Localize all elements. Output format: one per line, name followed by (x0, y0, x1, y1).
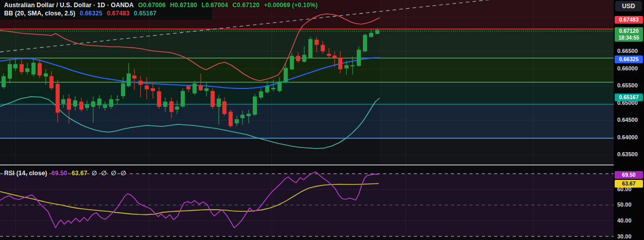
ohlc-low: L0.67004 (201, 2, 228, 9)
bb-indicator-legend[interactable]: BB (20, SMA, close, 2.5) 0.66325 0.67483… (4, 10, 159, 17)
candle-up (181, 88, 185, 108)
axis-tick-label: 0.64500 (617, 117, 638, 123)
rsi-indicator-legend[interactable]: RSI (14, close) 69.50 63.67 ∅ ∅ ∅ ∅ (4, 170, 129, 177)
bb-upper-value: 0.67483 (107, 10, 129, 17)
rsi-null-value: ∅ (101, 170, 107, 177)
bb-basis-value: 0.66325 (80, 10, 102, 17)
tradingview-chart-window: Australian Dollar / U.S. Dollar · 1D · O… (0, 0, 644, 240)
future-area (379, 0, 614, 165)
axis-tick-label: 30.00 (617, 233, 632, 239)
rsi-value-badge: 69.50 (615, 171, 643, 179)
symbol-title: Australian Dollar / U.S. Dollar · 1D · O… (4, 2, 134, 9)
axis-tick-label: 0.66000 (617, 65, 638, 71)
axis-tick-label: 40.00 (617, 217, 632, 224)
last-price-badge: 0.6712018:34:55 (615, 27, 643, 42)
price-change: +0.00069 (+0.10%) (264, 2, 318, 9)
bar-countdown: 18:34:55 (615, 34, 643, 41)
bb-lower-value: 0.65167 (134, 10, 156, 17)
candle-down (211, 88, 215, 109)
candle-up (308, 37, 312, 58)
rsi-ma-value: 63.67 (72, 170, 88, 177)
price-pane[interactable] (0, 0, 614, 165)
axis-tick-label: 0.63500 (617, 151, 638, 157)
chart-area (0, 0, 614, 240)
bb-basis-badge: 0.66325 (615, 56, 643, 63)
rsi-null-value: ∅ (120, 170, 126, 177)
ohlc-close: C0.67120 (232, 2, 259, 9)
rsi-ma-badge: 63.67 (615, 180, 643, 188)
rsi-value: 69.50 (51, 170, 67, 177)
symbol-legend[interactable]: Australian Dollar / U.S. Dollar · 1D · O… (4, 2, 320, 9)
currency-button[interactable]: USD (615, 1, 642, 11)
ohlc-high: H0.67180 (170, 2, 197, 9)
rsi-null-value: ∅ (92, 170, 97, 177)
axis-tick-label: 0.64000 (617, 134, 638, 140)
axis-tick-label: 50.00 (617, 201, 632, 208)
candle-down (229, 109, 233, 127)
axis-tick-label: 0.65500 (617, 82, 638, 88)
rsi-null-value: ∅ (111, 170, 116, 177)
rsi-label: RSI (14, close) (4, 170, 47, 177)
pane-separator[interactable] (0, 164, 644, 165)
price-axis[interactable]: USD 0.665000.660000.655000.650000.645000… (614, 0, 644, 240)
candle-up (253, 94, 257, 116)
axis-tick-label: 0.66500 (617, 48, 638, 54)
candle-up (363, 33, 367, 52)
bb-upper-badge: 0.67483 (615, 16, 643, 24)
ohlc-open: O0.67006 (138, 2, 166, 9)
bb-lower-badge: 0.65167 (615, 94, 643, 101)
bb-label: BB (20, SMA, close, 2.5) (4, 10, 75, 17)
